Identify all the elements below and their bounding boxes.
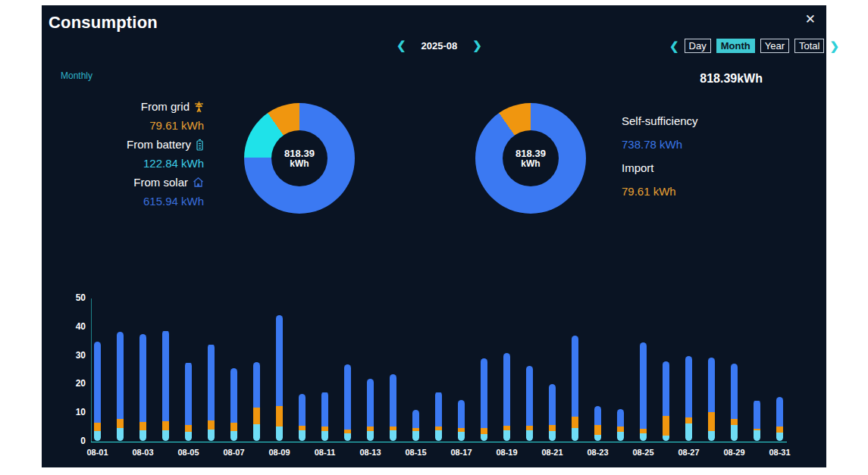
house-icon (193, 177, 204, 188)
bar-08-15[interactable] (412, 410, 419, 441)
bar-08-14[interactable] (390, 374, 396, 441)
bar-08-25[interactable] (640, 342, 647, 441)
bar-segment-from-solar (731, 364, 738, 419)
bar-segment-from-battery (321, 431, 328, 441)
prev-month-icon[interactable]: ❮ (396, 39, 406, 52)
x-tick-08-03: 08-03 (127, 448, 160, 457)
bar-segment-from-battery (344, 433, 351, 441)
y-tick-30: 30 (55, 350, 86, 361)
consumption-sources-donut[interactable]: 818.39 kWh (244, 103, 355, 214)
period-tabs: ❮ DayMonthYearTotal ❯ (669, 39, 839, 53)
bar-08-08[interactable] (253, 362, 260, 441)
bar-segment-from-battery (117, 428, 124, 441)
bar-segment-from-battery (481, 434, 487, 441)
tabs-next-icon[interactable]: ❯ (829, 39, 839, 53)
bar-segment-from-solar (776, 397, 783, 427)
bar-segment-from-grid (481, 428, 487, 434)
bar-segment-from-solar (526, 366, 533, 426)
bar-08-26[interactable] (663, 361, 669, 441)
bar-segment-from-solar (185, 363, 192, 425)
bar-08-16[interactable] (435, 392, 442, 441)
bar-segment-from-grid (162, 421, 169, 430)
self-sufficiency-donut[interactable]: 818.39 kWh (475, 103, 586, 214)
bar-segment-from-battery (230, 431, 237, 441)
bar-08-23[interactable] (594, 406, 601, 441)
bar-segment-from-solar (117, 332, 124, 419)
bar-08-24[interactable] (617, 409, 624, 441)
donut-left-value: 818.39 (284, 148, 315, 159)
bar-segment-from-battery (708, 431, 715, 441)
bar-08-10[interactable] (299, 394, 306, 441)
bar-segment-from-solar (549, 384, 556, 425)
bar-segment-from-grid (253, 408, 260, 424)
bar-segment-from-battery (390, 430, 396, 441)
tabs-container: DayMonthYearTotal (685, 39, 825, 53)
date-navigator: ❮ 2025-08 ❯ (396, 39, 482, 52)
close-icon[interactable]: ✕ (801, 10, 820, 29)
bar-08-07[interactable] (230, 368, 237, 441)
bar-segment-from-solar (162, 331, 169, 421)
bar-segment-from-solar (572, 336, 578, 417)
bar-segment-from-grid (731, 419, 738, 425)
total-consumption: 818.39kWh (700, 72, 763, 86)
bar-segment-from-solar (208, 345, 215, 420)
bar-08-29[interactable] (731, 364, 738, 441)
tab-year[interactable]: Year (760, 39, 789, 53)
bar-segment-from-battery (526, 430, 533, 441)
bar-08-31[interactable] (776, 397, 783, 441)
bar-segment-from-solar (253, 362, 260, 408)
bar-08-20[interactable] (526, 366, 533, 441)
bar-08-11[interactable] (321, 392, 328, 441)
y-tick-40: 40 (55, 321, 86, 332)
x-tick-08-23: 08-23 (581, 448, 615, 457)
bar-segment-from-grid (139, 422, 146, 430)
bar-08-28[interactable] (708, 358, 715, 441)
tab-day[interactable]: Day (685, 39, 711, 53)
from-grid-value: 79.61 kWh (42, 116, 204, 135)
y-axis-line (91, 298, 92, 442)
battery-icon (196, 139, 204, 151)
bar-segment-from-battery (572, 428, 578, 441)
bar-08-27[interactable] (685, 356, 692, 441)
bar-08-03[interactable] (139, 334, 146, 441)
y-tick-50: 50 (55, 292, 86, 303)
from-grid-label-row: From grid (42, 97, 204, 116)
x-tick-08-07: 08-07 (218, 448, 251, 457)
bar-08-01[interactable] (94, 342, 101, 441)
import-label: Import (622, 161, 698, 185)
x-tick-08-21: 08-21 (536, 448, 569, 457)
bar-08-19[interactable] (503, 353, 510, 441)
import-value: 79.61 kWh (622, 185, 698, 208)
page-title: Consumption (49, 13, 158, 33)
tab-month[interactable]: Month (716, 39, 755, 53)
bar-segment-from-solar (276, 315, 283, 406)
bar-segment-from-grid (117, 419, 124, 428)
bar-08-09[interactable] (276, 315, 283, 441)
bar-08-04[interactable] (162, 330, 169, 441)
y-tick-0: 0 (55, 436, 86, 446)
x-axis-line (91, 442, 787, 442)
bar-segment-from-grid (185, 425, 192, 432)
bar-segment-from-battery (367, 431, 374, 441)
bar-08-06[interactable] (208, 344, 215, 441)
bar-08-12[interactable] (344, 364, 351, 441)
bar-segment-from-solar (640, 342, 647, 429)
bar-08-22[interactable] (572, 336, 578, 441)
bar-08-13[interactable] (367, 379, 374, 441)
self-sufficiency-label: Self-sufficiency (622, 114, 698, 138)
selected-month: 2025-08 (421, 40, 458, 52)
y-tick-20: 20 (55, 378, 86, 389)
bar-08-02[interactable] (117, 332, 124, 441)
tab-total[interactable]: Total (794, 39, 824, 53)
bar-segment-from-grid (549, 425, 556, 431)
bar-08-21[interactable] (549, 384, 556, 441)
tabs-prev-icon[interactable]: ❮ (669, 39, 679, 53)
bar-segment-from-grid (94, 423, 101, 431)
bar-segment-from-solar (321, 392, 328, 427)
bar-08-05[interactable] (185, 362, 192, 441)
bar-08-18[interactable] (481, 358, 487, 441)
bar-08-17[interactable] (458, 400, 465, 441)
bar-08-30[interactable] (754, 400, 760, 441)
bar-segment-from-solar (94, 342, 101, 423)
next-month-icon[interactable]: ❯ (472, 39, 482, 52)
